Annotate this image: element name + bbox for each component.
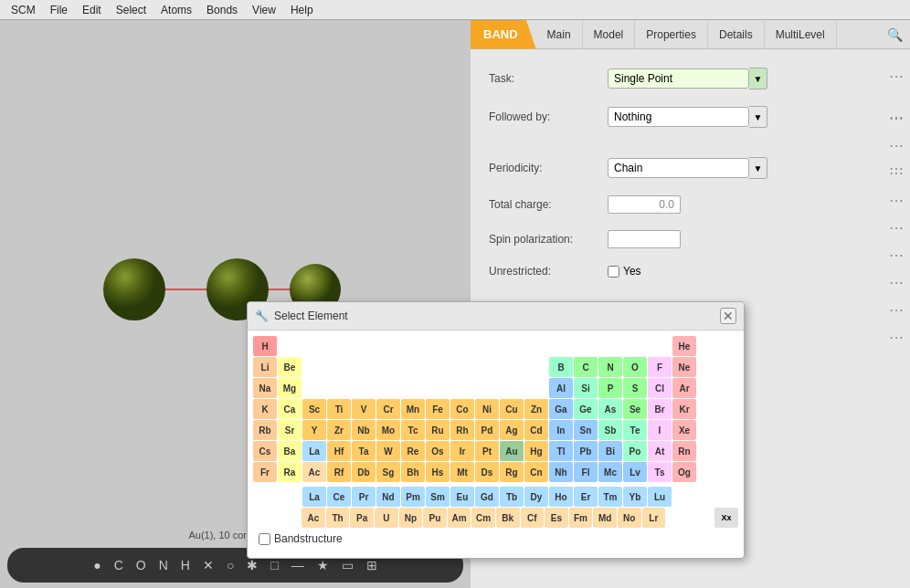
element-Al[interactable]: Al: [549, 378, 573, 398]
element-B[interactable]: B: [549, 357, 573, 377]
element-Gd[interactable]: Gd: [475, 487, 499, 507]
element-Tl[interactable]: Tl: [549, 441, 573, 461]
unrestricted-checkbox[interactable]: [608, 266, 619, 278]
element-Cs[interactable]: Cs: [253, 441, 277, 461]
tool-square[interactable]: □: [267, 556, 281, 574]
element-Bi[interactable]: Bi: [598, 441, 622, 461]
tool-nitrogen[interactable]: N: [155, 556, 172, 574]
tool-star[interactable]: ★: [313, 556, 333, 574]
element-Xe[interactable]: Xe: [672, 420, 696, 440]
element-Ho[interactable]: Ho: [549, 487, 573, 507]
element-Rb[interactable]: Rb: [253, 420, 277, 440]
element-Ac2[interactable]: Ac: [302, 508, 325, 528]
element-Cr[interactable]: Cr: [376, 399, 400, 419]
element-Er[interactable]: Er: [574, 487, 598, 507]
element-Ar[interactable]: Ar: [672, 378, 696, 398]
tab-main[interactable]: Main: [536, 20, 583, 49]
tool-grid[interactable]: ⊞: [363, 556, 381, 574]
element-Mg[interactable]: Mg: [278, 378, 302, 398]
tool-line[interactable]: —: [288, 556, 308, 574]
element-V[interactable]: V: [352, 399, 376, 419]
row6-options[interactable]: ⋯: [888, 241, 905, 268]
element-Sb[interactable]: Sb: [598, 420, 622, 440]
element-Lr[interactable]: Lr: [642, 508, 666, 528]
element-W[interactable]: W: [376, 441, 400, 461]
element-Cd[interactable]: Cd: [524, 420, 548, 440]
tab-model[interactable]: Model: [583, 20, 636, 49]
task-select[interactable]: Single Point: [608, 68, 749, 89]
element-Hf[interactable]: Hf: [327, 441, 351, 461]
menu-bonds[interactable]: Bonds: [199, 2, 245, 18]
element-Sm[interactable]: Sm: [426, 487, 450, 507]
row3-options[interactable]: ⋯: [888, 159, 905, 186]
menu-file[interactable]: File: [43, 2, 75, 18]
element-Pm[interactable]: Pm: [401, 487, 425, 507]
element-Nb[interactable]: Nb: [352, 420, 376, 440]
element-N[interactable]: N: [598, 357, 622, 377]
tool-oxygen[interactable]: O: [132, 556, 150, 574]
element-Ga[interactable]: Ga: [549, 399, 573, 419]
element-La2[interactable]: La: [302, 487, 326, 507]
followed-by-dropdown-arrow[interactable]: ▼: [749, 106, 767, 128]
element-Tm[interactable]: Tm: [598, 487, 622, 507]
element-Mc[interactable]: Mc: [598, 462, 622, 482]
element-Cl[interactable]: Cl: [648, 378, 672, 398]
element-Ac[interactable]: Ac: [302, 462, 326, 482]
element-K[interactable]: K: [253, 399, 277, 419]
element-Ba[interactable]: Ba: [278, 441, 302, 461]
element-Sr[interactable]: Sr: [278, 420, 302, 440]
element-Ra[interactable]: Ra: [278, 462, 302, 482]
menu-atoms[interactable]: Atoms: [153, 2, 199, 18]
element-Tc[interactable]: Tc: [401, 420, 425, 440]
tool-select[interactable]: ●: [90, 556, 104, 574]
element-Ts[interactable]: Ts: [648, 462, 672, 482]
periodicity-dropdown-arrow[interactable]: ▼: [749, 157, 767, 179]
element-Cn[interactable]: Cn: [524, 462, 548, 482]
element-Po[interactable]: Po: [623, 441, 647, 461]
element-Np[interactable]: Np: [399, 508, 423, 528]
row4-options[interactable]: ⋯: [888, 186, 905, 214]
row1-options[interactable]: ⋯: [888, 104, 905, 131]
element-Cf[interactable]: Cf: [521, 508, 545, 528]
tab-multilevel[interactable]: MultiLevel: [765, 20, 837, 49]
element-Zn[interactable]: Zn: [524, 399, 548, 419]
element-Xx[interactable]: Xx: [714, 508, 738, 528]
element-Fr[interactable]: Fr: [253, 462, 277, 482]
element-Nd[interactable]: Nd: [376, 487, 400, 507]
task-options-dot[interactable]: ⋯: [888, 62, 905, 89]
element-Re[interactable]: Re: [401, 441, 425, 461]
row7-options[interactable]: ⋯: [888, 268, 905, 296]
element-Ru[interactable]: Ru: [426, 420, 450, 440]
row8-options[interactable]: ⋯: [888, 296, 905, 323]
element-He[interactable]: He: [672, 336, 696, 356]
element-Na[interactable]: Na: [253, 378, 277, 398]
element-Ds[interactable]: Ds: [475, 462, 499, 482]
element-U[interactable]: U: [375, 508, 398, 528]
tab-band[interactable]: BAND: [471, 20, 536, 49]
element-Og[interactable]: Og: [672, 462, 696, 482]
element-C[interactable]: C: [574, 357, 598, 377]
tool-carbon[interactable]: C: [111, 556, 127, 574]
element-No[interactable]: No: [618, 508, 641, 528]
element-Ir[interactable]: Ir: [450, 441, 474, 461]
element-Rn[interactable]: Rn: [672, 441, 696, 461]
element-Lv[interactable]: Lv: [623, 462, 647, 482]
element-Fl[interactable]: Fl: [574, 462, 598, 482]
element-Pu[interactable]: Pu: [423, 508, 447, 528]
atom-1[interactable]: [103, 258, 165, 320]
menu-help[interactable]: Help: [283, 2, 321, 18]
search-icon[interactable]: 🔍: [880, 24, 910, 46]
element-Ta[interactable]: Ta: [352, 441, 376, 461]
element-Bk[interactable]: Bk: [496, 508, 520, 528]
tool-asterisk[interactable]: ✱: [243, 556, 261, 574]
element-Mt[interactable]: Mt: [450, 462, 474, 482]
element-Be[interactable]: Be: [278, 357, 302, 377]
row9-options[interactable]: ⋯: [888, 323, 905, 351]
task-dropdown-arrow[interactable]: ▼: [749, 68, 767, 89]
element-Si[interactable]: Si: [574, 378, 598, 398]
menu-select[interactable]: Select: [109, 2, 153, 18]
followed-by-select[interactable]: Nothing: [608, 107, 749, 127]
bandstructure-checkbox[interactable]: [259, 533, 270, 545]
element-Zr[interactable]: Zr: [327, 420, 351, 440]
element-Ne[interactable]: Ne: [672, 357, 696, 377]
